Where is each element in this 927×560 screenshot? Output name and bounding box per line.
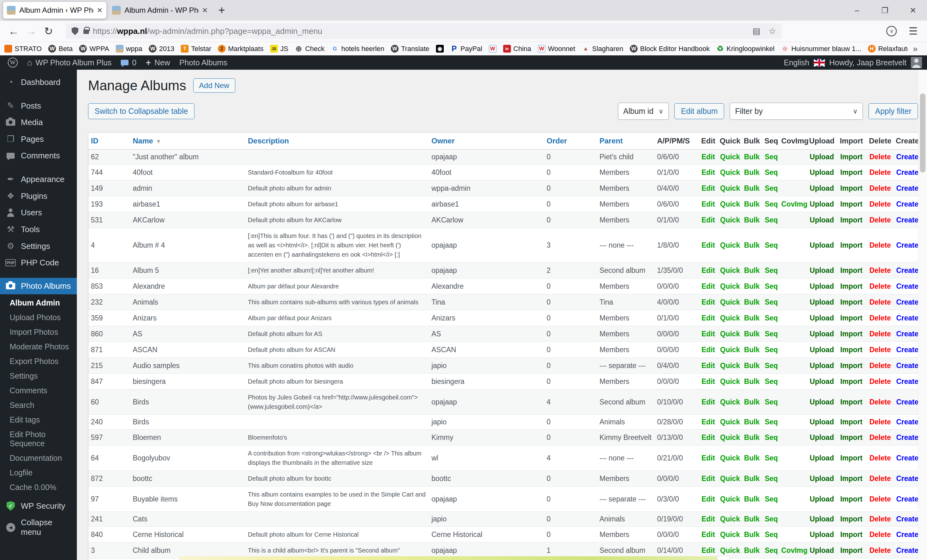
quick-link[interactable]: Quick [720,298,740,306]
sidebar-subitem-cache-0-00[interactable]: Cache 0.00% [0,480,77,495]
delete-link[interactable]: Delete [869,546,891,554]
covimg-link[interactable]: CovImg [781,546,807,554]
upload-link[interactable]: Upload [810,216,834,224]
bulk-link[interactable]: Bulk [744,361,760,370]
edit-link[interactable]: Edit [701,298,715,306]
sidebar-subitem-logfile[interactable]: Logfile [0,466,77,480]
bookmark-china[interactable]: inChina [503,45,531,53]
bookmark-woonnet[interactable]: WWoonnet [538,45,575,53]
quick-link[interactable]: Quick [720,266,740,275]
bulk-link[interactable]: Bulk [744,241,760,249]
forward-icon[interactable]: → [23,25,40,37]
sidebar-item-php-code[interactable]: PHPPHP Code [0,255,77,271]
edit-link[interactable]: Edit [701,475,715,483]
edit-link[interactable]: Edit [701,200,715,208]
import-link[interactable]: Import [840,454,863,462]
seq-link[interactable]: Seq [764,200,778,208]
delete-link[interactable]: Delete [869,241,891,249]
seq-link[interactable]: Seq [764,454,778,462]
import-link[interactable]: Import [840,241,863,249]
add-new-button[interactable]: Add New [193,78,235,93]
upload-link[interactable]: Upload [810,266,834,275]
quick-link[interactable]: Quick [720,515,740,523]
upload-link[interactable]: Upload [810,241,834,249]
back-icon[interactable]: ← [5,25,23,37]
seq-link[interactable]: Seq [764,314,778,322]
bookmark-paypal[interactable]: PPayPal [450,45,482,53]
create-link[interactable]: Create [896,475,919,483]
sidebar-subitem-album-admin[interactable]: Album Admin [0,296,77,310]
seq-link[interactable]: Seq [764,377,778,385]
edit-link[interactable]: Edit [701,515,715,523]
upload-link[interactable]: Upload [810,454,834,462]
bulk-link[interactable]: Bulk [744,282,760,290]
import-link[interactable]: Import [840,495,863,503]
upload-link[interactable]: Upload [810,153,834,161]
album-id-select[interactable]: Album id∨ [618,103,669,120]
import-link[interactable]: Import [840,530,863,539]
import-link[interactable]: Import [840,361,863,370]
import-link[interactable]: Import [840,377,863,385]
site-name-menu[interactable]: ⌂WP Photo Album Plus [23,55,116,70]
bulk-link[interactable]: Bulk [744,153,760,161]
create-link[interactable]: Create [896,330,919,338]
seq-link[interactable]: Seq [764,418,778,426]
delete-link[interactable]: Delete [869,282,891,290]
bulk-link[interactable]: Bulk [744,314,760,322]
column-header-name[interactable]: Name▼ [131,132,246,150]
seq-link[interactable]: Seq [764,475,778,483]
edit-link[interactable]: Edit [701,361,715,370]
bulk-link[interactable]: Bulk [744,530,760,539]
sidebar-subitem-import-photos[interactable]: Import Photos [0,325,77,339]
seq-link[interactable]: Seq [764,330,778,338]
edit-album-button[interactable]: Edit album [674,103,724,119]
minimize-button[interactable]: – [843,0,871,21]
import-link[interactable]: Import [840,418,863,426]
import-link[interactable]: Import [840,433,863,442]
import-link[interactable]: Import [840,266,863,275]
upload-link[interactable]: Upload [810,330,834,338]
upload-link[interactable]: Upload [810,184,834,192]
import-link[interactable]: Import [840,475,863,483]
seq-link[interactable]: Seq [764,184,778,192]
seq-link[interactable]: Seq [764,298,778,306]
photo-albums-toolbar-link[interactable]: Photo Albums [175,55,232,70]
column-header-id[interactable]: ID [88,132,131,150]
browser-tab-inactive[interactable]: Album Admin - WP Photo Albu ✕ [108,2,211,19]
edit-link[interactable]: Edit [701,184,715,192]
sidebar-item-comments[interactable]: Comments [0,147,77,164]
create-link[interactable]: Create [896,200,919,208]
bookmark-star-icon[interactable]: ☆ [769,26,776,36]
bookmark-wppa[interactable]: WWPPA [79,45,109,53]
quick-link[interactable]: Quick [720,454,740,462]
quick-link[interactable]: Quick [720,168,740,176]
bulk-link[interactable]: Bulk [744,168,760,176]
menu-icon[interactable]: ☰ [909,25,918,37]
column-header-owner[interactable]: Owner [429,132,544,150]
sidebar-item-dashboard[interactable]: ◔Dashboard [0,74,77,91]
bookmark-wppa[interactable]: wppa [116,45,143,53]
create-link[interactable]: Create [896,168,919,176]
delete-link[interactable]: Delete [869,216,891,224]
bookmark-icon[interactable]: W [489,45,497,53]
import-link[interactable]: Import [840,216,863,224]
scrollbar-thumb[interactable] [920,93,925,173]
bookmark-slagharen[interactable]: ▲Slagharen [582,45,623,53]
upload-link[interactable]: Upload [810,377,834,385]
import-link[interactable]: Import [840,314,863,322]
seq-link[interactable]: Seq [764,546,778,554]
delete-link[interactable]: Delete [869,184,891,192]
create-link[interactable]: Create [896,418,919,426]
bulk-link[interactable]: Bulk [744,266,760,275]
tracking-protection-shield-icon[interactable] [71,27,78,35]
bookmark-strato[interactable]: STRATO [5,45,42,53]
sidebar-item-pages[interactable]: ❐Pages [0,131,77,147]
delete-link[interactable]: Delete [869,314,891,322]
bulk-link[interactable]: Bulk [744,454,760,462]
bulk-link[interactable]: Bulk [744,418,760,426]
quick-link[interactable]: Quick [720,200,740,208]
upload-link[interactable]: Upload [810,298,834,306]
bulk-link[interactable]: Bulk [744,377,760,385]
bookmark-2013[interactable]: W2013 [149,45,174,53]
delete-link[interactable]: Delete [869,495,891,503]
